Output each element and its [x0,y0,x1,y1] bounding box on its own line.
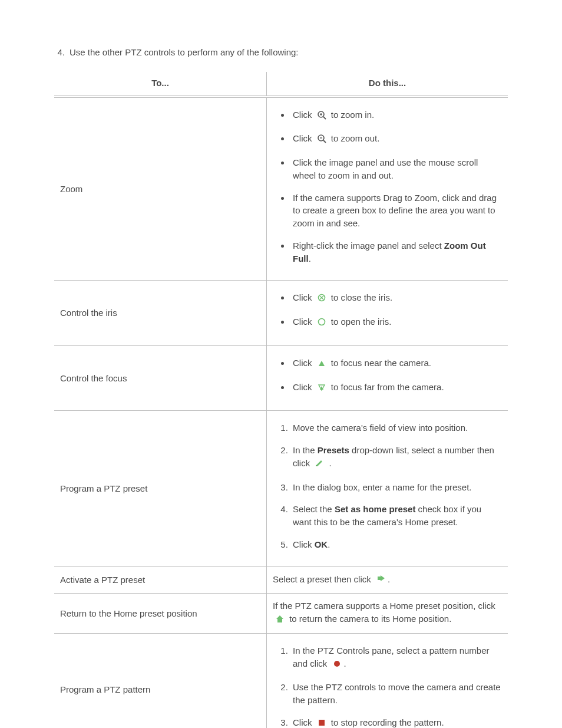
focus-item-2: Click to focus far from the camera. [290,381,502,396]
svg-marker-9 [319,361,325,366]
go-preset-icon [376,575,385,588]
iris-item-1: Click to close the iris. [290,291,502,306]
cell-zoom-title: Zoom [54,97,267,281]
intro-number: 4. [54,46,65,59]
row-iris: Control the iris Click to close the iris… [54,281,508,346]
pattern-step-3: Click to stop recording the pattern. [290,716,502,728]
pattern-step-2: Use the PTZ controls to move the camera … [290,681,502,707]
zoom-item-5: Right-click the image panel and select Z… [290,239,502,265]
cell-pattern-program-actions: In the PTZ Controls pane, select a patte… [267,633,508,728]
svg-point-8 [318,319,325,325]
preset-step-5: Click OK. [290,538,502,551]
record-icon [332,659,342,672]
intro-step: 4. Use the other PTZ controls to perform… [54,46,508,59]
zoom-out-icon [317,134,326,147]
edit-preset-icon [315,459,324,472]
cell-home-title: Return to the Home preset position [54,594,267,634]
svg-line-5 [323,140,326,143]
cell-iris-actions: Click to close the iris. Click to [267,281,508,346]
zoom-item-4: If the camera supports Drag to Zoom, cli… [290,192,502,230]
header-to: To... [54,72,267,97]
row-preset-activate: Activate a PTZ preset Select a preset th… [54,566,508,594]
cell-home-actions: If the PTZ camera supports a Home preset… [267,594,508,634]
row-home: Return to the Home preset position If th… [54,594,508,634]
row-pattern-program: Program a PTZ pattern In the PTZ Control… [54,633,508,728]
preset-step-3: In the dialog box, enter a name for the … [290,481,502,494]
cell-focus-title: Control the focus [54,345,267,411]
focus-item-1: Click to focus near the camera. [290,357,502,371]
cell-preset-program-actions: Move the camera's field of view into pos… [267,411,508,566]
zoom-item-3: Click the image panel and use the mouse … [290,156,502,182]
preset-step-1: Move the camera's field of view into pos… [290,421,502,434]
svg-rect-13 [319,720,325,726]
svg-line-1 [323,117,326,119]
close-iris-icon [317,293,326,306]
preset-step-4: Select the Set as home preset check box … [290,503,502,529]
intro-text: Use the other PTZ controls to perform an… [70,46,299,59]
row-zoom: Zoom Click to zoom in. Click [54,97,508,281]
cell-zoom-actions: Click to zoom in. Click to zoom ou [267,97,508,281]
cell-pattern-program-title: Program a PTZ pattern [54,633,267,728]
focus-near-icon [317,358,326,371]
preset-step-2: In the Presets drop-down list, select a … [290,444,502,472]
cell-preset-activate-title: Activate a PTZ preset [54,566,267,594]
stop-icon [317,718,326,728]
iris-item-2: Click to open the iris. [290,315,502,330]
cell-preset-activate-actions: Select a preset then click . [267,566,508,594]
pattern-step-1: In the PTZ Controls pane, select a patte… [290,644,502,672]
zoom-in-icon [317,110,326,123]
open-iris-icon [317,317,326,330]
row-preset-program: Program a PTZ preset Move the camera's f… [54,411,508,566]
zoom-item-1: Click to zoom in. [290,108,502,123]
cell-focus-actions: Click to focus near the camera. Click [267,345,508,411]
document-page: 4. Use the other PTZ controls to perform… [0,0,562,728]
home-icon [275,614,285,627]
focus-far-icon [317,383,326,396]
row-focus: Control the focus Click to focus near th… [54,345,508,411]
zoom-item-2: Click to zoom out. [290,132,502,147]
header-dothis: Do this... [267,72,508,97]
cell-iris-title: Control the iris [54,281,267,346]
svg-point-12 [334,661,340,667]
ptz-controls-table: To... Do this... Zoom Click to zoom in. [54,72,508,728]
cell-preset-program-title: Program a PTZ preset [54,411,267,566]
